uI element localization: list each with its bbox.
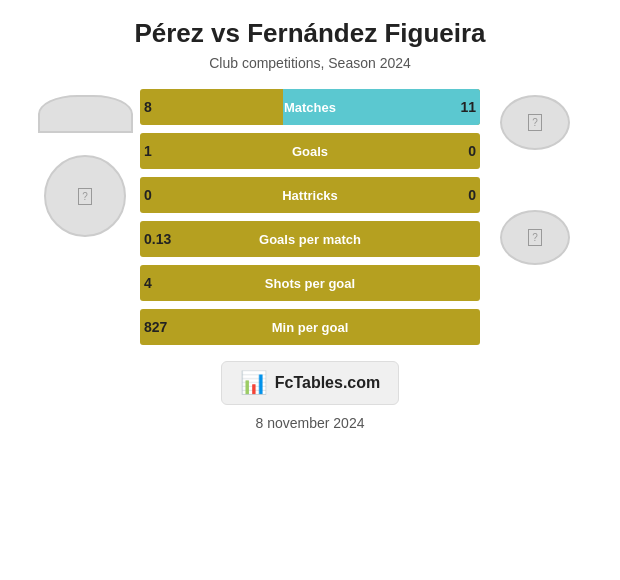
left-avatar-main: ? <box>44 155 126 237</box>
stat-label-2: Hattricks <box>282 188 338 203</box>
stat-right-val-0: 11 <box>444 99 480 115</box>
stat-right-val-1: 0 <box>444 143 480 159</box>
page-subtitle: Club competitions, Season 2024 <box>209 55 411 71</box>
bars-col: 8Matches111Goals00Hattricks00.13Goals pe… <box>140 89 480 345</box>
right-avatar-top-placeholder: ? <box>528 114 542 131</box>
stat-row-0: 8Matches11 <box>140 89 480 125</box>
stat-row-3: 0.13Goals per match <box>140 221 480 257</box>
left-avatar-placeholder: ? <box>78 188 92 205</box>
stat-left-val-3: 0.13 <box>140 231 176 247</box>
stat-row-1: 1Goals0 <box>140 133 480 169</box>
right-avatar-col: ? ? <box>480 89 590 265</box>
right-avatar-bottom: ? <box>500 210 570 265</box>
left-avatar-top <box>38 95 133 133</box>
page-title: Pérez vs Fernández Figueira <box>134 18 485 49</box>
comparison-section: ? 8Matches111Goals00Hattricks00.13Goals … <box>10 89 610 345</box>
right-avatar-bottom-placeholder: ? <box>528 229 542 246</box>
page: Pérez vs Fernández Figueira Club competi… <box>0 0 620 580</box>
logo-text: FcTables.com <box>275 374 381 392</box>
right-avatar-top: ? <box>500 95 570 150</box>
date-text: 8 november 2024 <box>256 415 365 431</box>
stat-row-4: 4Shots per goal <box>140 265 480 301</box>
stat-label-3: Goals per match <box>259 232 361 247</box>
stat-left-val-1: 1 <box>140 143 176 159</box>
stat-left-val-5: 827 <box>140 319 176 335</box>
stat-row-2: 0Hattricks0 <box>140 177 480 213</box>
stat-left-val-2: 0 <box>140 187 176 203</box>
left-avatar-col: ? <box>30 89 140 237</box>
logo-section: 📊 FcTables.com 8 november 2024 <box>221 361 400 431</box>
logo-box: 📊 FcTables.com <box>221 361 400 405</box>
stat-row-5: 827Min per goal <box>140 309 480 345</box>
stat-label-4: Shots per goal <box>265 276 355 291</box>
stat-left-val-0: 8 <box>140 99 176 115</box>
stat-label-5: Min per goal <box>272 320 349 335</box>
stat-right-val-2: 0 <box>444 187 480 203</box>
logo-icon: 📊 <box>240 370 267 396</box>
stat-label-1: Goals <box>292 144 328 159</box>
stat-left-val-4: 4 <box>140 275 176 291</box>
stat-label-0: Matches <box>284 100 336 115</box>
